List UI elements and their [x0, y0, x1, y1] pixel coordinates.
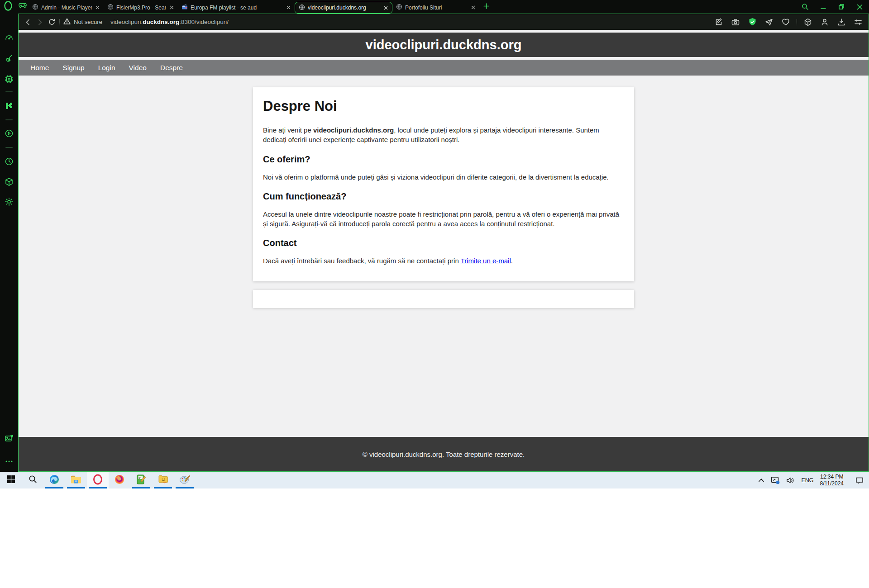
language-indicator[interactable]: ENG — [801, 477, 813, 484]
section-body-contact: Dacă aveți întrebări sau feedback, vă ru… — [263, 256, 624, 266]
easy-setup-sliders-icon[interactable] — [852, 16, 864, 28]
toolbar-separator — [59, 19, 60, 25]
taskbar-search-button[interactable] — [22, 472, 43, 488]
start-button[interactable] — [0, 472, 22, 488]
tab-title: videoclipuri.duckdns.org — [308, 5, 380, 11]
site-title: videoclipuri.duckdns.org — [366, 38, 522, 52]
site-nav: Home Signup Login Video Despre — [19, 60, 869, 76]
tab-close-icon[interactable] — [94, 4, 101, 11]
tab-close-icon[interactable] — [469, 4, 477, 11]
back-button[interactable] — [22, 16, 34, 28]
extensions-cube-icon[interactable] — [4, 176, 14, 187]
gx-corner-button[interactable] — [16, 0, 29, 14]
system-tray: ENG 12:34 PM 8/11/2024 — [758, 472, 869, 488]
wallpaper-shuffle-icon[interactable] — [4, 433, 14, 444]
windows-logo-icon — [7, 475, 15, 485]
taskbar-editor-app-button[interactable] — [130, 472, 152, 488]
sidebar-separator — [5, 91, 13, 92]
browser-tab[interactable]: FisierMp3.Pro - Search — [104, 1, 178, 14]
flow-paper-plane-icon[interactable] — [763, 16, 775, 28]
toolbar-separator — [797, 19, 797, 25]
new-tab-button[interactable] — [479, 0, 493, 14]
history-clock-icon[interactable] — [4, 156, 14, 167]
hidden-icons-chevron[interactable] — [758, 478, 764, 482]
tab-title: Admin - Music Player — [41, 5, 92, 11]
browser-tab[interactable]: Admin - Music Player — [29, 1, 104, 14]
kick-icon[interactable] — [4, 100, 14, 111]
opera-menu-button[interactable] — [0, 0, 16, 14]
radio-favicon-icon — [181, 4, 188, 11]
tab-strip: Admin - Music Player FisierMp3.Pro - Sea… — [0, 0, 869, 14]
running-indicator — [89, 487, 107, 488]
paint-palette-icon — [179, 474, 190, 486]
taskbar-explorer-button[interactable] — [65, 472, 87, 488]
gx-control-gauge-icon[interactable] — [4, 33, 14, 43]
volume-icon[interactable] — [786, 477, 795, 484]
tab-title: FisierMp3.Pro - Search — [116, 5, 166, 11]
tabs: Admin - Music Player FisierMp3.Pro - Sea… — [29, 0, 479, 14]
section-body-functioneaza: Accesul la unele dintre videoclipurile n… — [263, 209, 624, 229]
tab-title: Europa FM playlist - se aud — [191, 5, 283, 11]
section-title-oferim: Ce oferim? — [263, 154, 624, 165]
taskbar-edge-button[interactable] — [43, 472, 65, 488]
screen-share-icon[interactable] — [771, 476, 780, 484]
profile-person-icon[interactable] — [819, 16, 831, 28]
nav-link-signup[interactable]: Signup — [62, 64, 84, 72]
browser-tab[interactable]: Europa FM playlist - se aud — [178, 1, 295, 14]
browser-tab-active[interactable]: videoclipuri.duckdns.org — [295, 2, 392, 14]
gx-cleaner-broom-icon[interactable] — [4, 53, 14, 64]
bookmark-heart-icon[interactable] — [780, 16, 792, 28]
action-center-icon[interactable] — [850, 477, 864, 484]
browser-sidebar — [0, 14, 18, 472]
adblock-shield-icon[interactable] — [746, 16, 758, 28]
restore-button[interactable] — [837, 3, 845, 11]
windows-taskbar: ENG 12:34 PM 8/11/2024 — [0, 472, 869, 488]
taskbar-opera-button-active[interactable] — [87, 472, 109, 488]
minimize-button[interactable] — [819, 3, 827, 11]
snapshot-camera-icon[interactable] — [730, 16, 741, 28]
empty-card — [253, 290, 634, 308]
forward-button[interactable] — [34, 16, 46, 28]
browser-main-area: Not secure videoclipuri.duckdns.org:8300… — [18, 14, 869, 472]
email-link[interactable]: Trimite un e-mail — [461, 257, 511, 265]
browser-window: Admin - Music Player FisierMp3.Pro - Sea… — [0, 0, 869, 472]
reload-button[interactable] — [46, 16, 57, 28]
browser-tab[interactable]: Portofoliu Situri — [392, 1, 479, 14]
tab-close-icon[interactable] — [168, 4, 175, 11]
running-indicator — [154, 487, 172, 488]
clock[interactable]: 12:34 PM 8/11/2024 — [820, 474, 844, 487]
nav-link-login[interactable]: Login — [98, 64, 115, 72]
window-search-button[interactable] — [801, 3, 809, 11]
downloads-icon[interactable] — [836, 16, 847, 28]
tab-close-icon[interactable] — [382, 4, 389, 11]
player-icon[interactable] — [4, 128, 14, 139]
url-text[interactable]: videoclipuri.duckdns.org:8300/videoclipu… — [110, 19, 229, 25]
close-button[interactable] — [855, 3, 864, 11]
footer-text: © videoclipuri.duckdns.org. Toate dreptu… — [363, 450, 525, 458]
gamepad-icon — [19, 3, 27, 11]
page-edit-icon[interactable] — [713, 16, 725, 28]
screen: Admin - Music Player FisierMp3.Pro - Sea… — [0, 0, 869, 588]
gx-control-chip-icon[interactable] — [4, 74, 14, 85]
tab-close-icon[interactable] — [285, 4, 292, 11]
nav-link-despre[interactable]: Despre — [160, 64, 183, 72]
search-icon — [29, 475, 37, 485]
editor-app-icon — [136, 474, 146, 487]
taskbar-folder-smiley-app-button[interactable] — [152, 472, 174, 488]
site-security[interactable]: Not secure — [63, 18, 102, 26]
nav-link-home[interactable]: Home — [30, 64, 49, 72]
sidebar-setup-dots-icon[interactable] — [4, 456, 14, 467]
file-explorer-icon — [71, 475, 81, 486]
settings-gear-icon[interactable] — [4, 196, 14, 207]
about-card: Despre Noi Bine ați venit pe videoclipur… — [253, 87, 634, 281]
wallet-cube-icon[interactable] — [802, 16, 814, 28]
taskbar-paint-app-button[interactable] — [174, 472, 196, 488]
taskbar-firefox-button[interactable] — [109, 472, 130, 488]
nav-link-video[interactable]: Video — [129, 64, 147, 72]
tab-title: Portofoliu Situri — [405, 5, 468, 11]
tray-date: 8/11/2024 — [820, 480, 844, 487]
plus-icon — [483, 3, 489, 11]
about-heading: Despre Noi — [263, 98, 624, 114]
about-intro: Bine ați venit pe videoclipuri.duckdns.o… — [263, 125, 624, 145]
opera-browser-icon — [92, 474, 103, 487]
